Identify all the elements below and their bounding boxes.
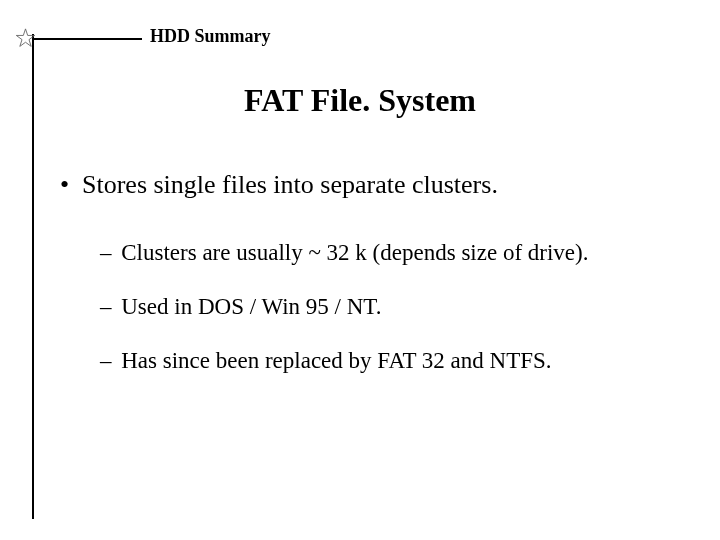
- header-underline: [32, 38, 142, 40]
- dash-icon: –: [100, 294, 112, 319]
- bullet-level2: – Used in DOS / Win 95 / NT.: [100, 294, 690, 320]
- bullet-text: Stores single files into separate cluste…: [82, 170, 498, 199]
- dash-icon: –: [100, 240, 112, 265]
- bullet-level2: – Clusters are usually ~ 32 k (depends s…: [100, 240, 690, 266]
- slide: HDD Summary FAT File. System •Stores sin…: [0, 0, 720, 540]
- slide-content: •Stores single files into separate clust…: [60, 158, 690, 402]
- header-label: HDD Summary: [150, 26, 271, 47]
- bullet-dot-icon: •: [60, 170, 82, 200]
- bullet-text: Clusters are usually ~ 32 k (depends siz…: [121, 240, 588, 265]
- bullet-level1: •Stores single files into separate clust…: [60, 170, 690, 200]
- dash-icon: –: [100, 348, 112, 373]
- bullet-text: Has since been replaced by FAT 32 and NT…: [121, 348, 551, 373]
- bullet-text: Used in DOS / Win 95 / NT.: [121, 294, 381, 319]
- slide-title: FAT File. System: [0, 82, 720, 119]
- bullet-level2: – Has since been replaced by FAT 32 and …: [100, 348, 690, 374]
